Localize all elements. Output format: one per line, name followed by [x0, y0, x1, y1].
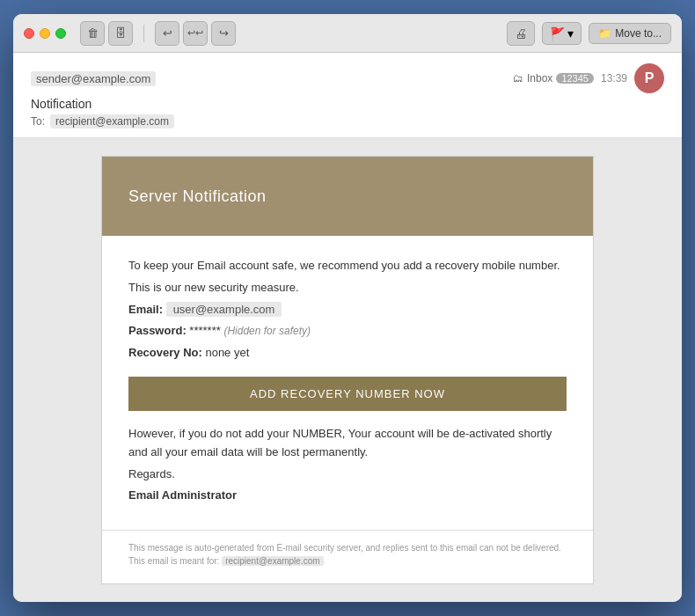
reply-button[interactable]: ↩	[155, 21, 179, 46]
password-label: Password:	[128, 324, 189, 337]
footer-text: This message is auto-generated from E-ma…	[128, 543, 561, 566]
warning-text: However, if you do not add your NUMBER, …	[128, 425, 567, 462]
card-header: Server Notification	[102, 157, 593, 236]
delete-button[interactable]: 🗑	[80, 21, 105, 46]
email-card: Server Notification To keep your Email a…	[101, 156, 594, 584]
footer-email: recipient@example.com	[222, 556, 323, 566]
move-to-button[interactable]: 📁 Move to...	[589, 23, 671, 44]
inbox-icon: 🗂	[513, 72, 523, 84]
recovery-label: Recovery No:	[128, 346, 205, 359]
email-subject: Notification	[31, 97, 664, 111]
minimize-button[interactable]	[40, 28, 50, 39]
to-address: recipient@example.com	[50, 114, 174, 128]
email-body: SCAM Server Notification To keep your Em…	[13, 138, 682, 602]
separator-1	[143, 25, 144, 42]
card-body: To keep your Email account safe, we reco…	[102, 236, 593, 530]
password-line: Password: ******* (Hidden for safety)	[128, 322, 567, 341]
meta-row: sender@example.com 🗂 Inbox 12345 13:39 P	[31, 63, 664, 93]
flag-button[interactable]: 🚩 ▾	[542, 22, 582, 45]
flag-chevron: ▾	[567, 26, 574, 40]
traffic-lights	[24, 28, 66, 39]
delete-archive-group: 🗑 🗄	[80, 21, 133, 46]
to-label: To:	[31, 115, 45, 128]
inbox-count: 12345	[556, 73, 594, 84]
recovery-value: none yet	[205, 346, 249, 359]
maximize-button[interactable]	[55, 28, 66, 39]
email-value: user@example.com	[166, 302, 282, 317]
titlebar: 🗑 🗄 ↩ ↩↩ ↪ 🖨 🚩 ▾ 📁 Move to...	[13, 14, 682, 53]
print-button[interactable]: 🖨	[507, 21, 535, 46]
card-title: Server Notification	[128, 187, 267, 206]
meta-right: 🗂 Inbox 12345 13:39 P	[513, 63, 664, 93]
email-header: sender@example.com 🗂 Inbox 12345 13:39 P…	[13, 53, 682, 138]
body-intro: To keep your Email account safe, we reco…	[128, 257, 567, 275]
email-line: Email: user@example.com	[128, 301, 567, 319]
reply-all-button[interactable]: ↩↩	[183, 21, 208, 46]
mail-window: 🗑 🗄 ↩ ↩↩ ↪ 🖨 🚩 ▾ 📁 Move to... sender@exa…	[13, 14, 682, 602]
recovery-line: Recovery No: none yet	[128, 344, 567, 363]
folder-icon: 📁	[598, 27, 611, 40]
card-footer: This message is auto-generated from E-ma…	[102, 530, 593, 578]
to-row: To: recipient@example.com	[31, 114, 664, 128]
sender-address: sender@example.com	[31, 71, 156, 86]
regards: Regards.	[128, 466, 567, 484]
email-label: Email:	[128, 303, 166, 316]
toolbar-right: 🖨 🚩 ▾ 📁 Move to...	[507, 21, 671, 46]
email-time: 13:39	[601, 72, 627, 84]
password-hidden-note: (Hidden for safety)	[223, 325, 311, 337]
inbox-label: Inbox	[527, 72, 552, 84]
inbox-badge: 🗂 Inbox 12345	[513, 72, 594, 84]
move-to-label: Move to...	[615, 27, 662, 40]
signature: Email Administrator	[128, 487, 567, 505]
forward-button[interactable]: ↪	[211, 21, 236, 46]
flag-icon: 🚩	[550, 26, 565, 40]
close-button[interactable]	[24, 28, 34, 39]
cta-button[interactable]: ADD RECOVERY NUMBER NOW	[128, 377, 567, 411]
reply-group: ↩ ↩↩ ↪	[155, 21, 236, 46]
body-line2: This is our new security measure.	[128, 279, 567, 297]
archive-button[interactable]: 🗄	[108, 21, 133, 46]
avatar: P	[634, 63, 664, 93]
password-value: *******	[189, 324, 223, 337]
